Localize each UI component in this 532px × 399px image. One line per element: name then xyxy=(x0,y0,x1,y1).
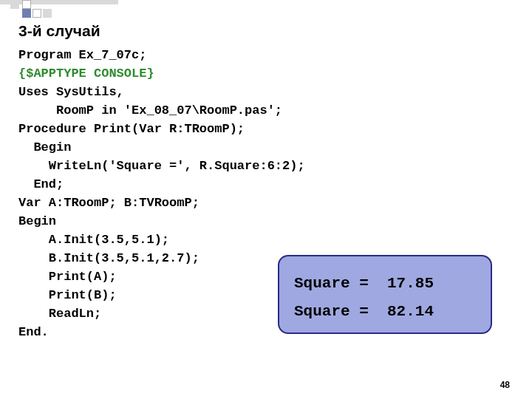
code-line: Uses SysUtils, xyxy=(18,85,124,99)
code-line: RoomP in 'Ex_08_07\RoomP.pas'; xyxy=(18,103,282,117)
code-line: A.Init(3.5,5.1); xyxy=(18,233,169,247)
code-line: Begin xyxy=(18,214,56,228)
code-block: Program Ex_7_07c; {$APPTYPE CONSOLE} Use… xyxy=(18,46,305,341)
output-line: Square = 17.85 xyxy=(294,275,434,292)
output-box: Square = 17.85 Square = 82.14 xyxy=(278,255,492,334)
code-line: Print(A); xyxy=(18,270,117,284)
output-line: Square = 82.14 xyxy=(294,303,434,320)
code-line: Var A:TRoomP; B:TVRoomP; xyxy=(18,196,200,210)
code-line: Print(B); xyxy=(18,288,117,302)
code-line: End. xyxy=(18,325,49,339)
code-line: Program Ex_7_07c; xyxy=(18,48,146,62)
code-line: B.Init(3.5,5.1,2.7); xyxy=(18,251,200,265)
code-line: Begin xyxy=(18,140,71,154)
slide-title: 3-й случай xyxy=(18,22,100,40)
code-line-directive: {$APPTYPE CONSOLE} xyxy=(18,66,154,81)
page-number: 48 xyxy=(500,380,510,390)
code-line: ReadLn; xyxy=(18,307,101,321)
code-line: Procedure Print(Var R:TRoomP); xyxy=(18,122,245,136)
code-line: End; xyxy=(18,177,64,191)
code-line: WriteLn('Square =', R.Square:6:2); xyxy=(18,159,305,173)
